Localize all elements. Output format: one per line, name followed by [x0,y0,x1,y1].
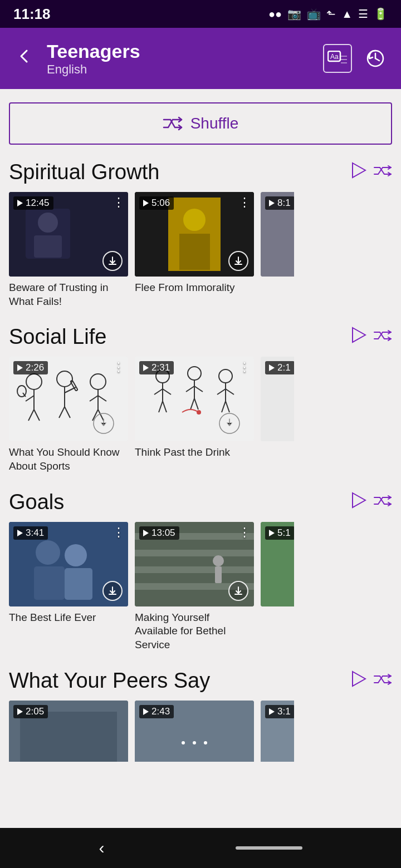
video-card-sl-2[interactable]: 2:31 ⋮ Think Past the Drink [135,357,254,473]
video-duration-sg-1: 12:45 [13,196,53,210]
video-card-g-3[interactable]: 5:1 [261,522,294,652]
section-play-button-goals[interactable] [350,492,366,512]
video-card-g-1[interactable]: 3:41 ⋮ The Best Life Ever [9,522,128,652]
video-duration-g-2: 13:05 [139,526,179,540]
video-duration-p-2: 2:43 [139,705,174,718]
video-duration-g-1: 3:41 [13,526,48,540]
svg-marker-17 [353,328,365,342]
section-header-peers: What Your Peers Say [9,669,392,693]
battery-icon: 🔋 [374,7,388,21]
video-menu-sl-1[interactable]: ⋮ [113,360,125,374]
video-card-sg-2[interactable]: 5:06 ⋮ Flee From Immorality [135,192,254,308]
video-menu-sg-1[interactable]: ⋮ [113,195,125,210]
back-button[interactable] [11,47,38,70]
video-menu-g-1[interactable]: ⋮ [113,525,125,540]
section-actions-peers [350,670,392,691]
app-bar: Teenagers English Aa [0,28,401,89]
video-card-sg-3[interactable]: 8:1 [261,192,294,308]
video-thumb-sl-3: 2:1 [261,357,294,441]
shuffle-button[interactable]: Shuffle [9,102,392,145]
video-download-sg-1[interactable] [102,251,123,271]
svg-point-82 [193,741,196,744]
section-title-goals: Goals [9,490,64,514]
video-card-p-1[interactable]: 2:05 [9,701,128,762]
video-card-sl-3[interactable]: 2:1 [261,357,294,473]
video-download-g-1[interactable] [102,581,123,601]
video-card-sl-1[interactable]: 2:26 ⋮ What You Should Know About Sports [9,357,128,473]
video-download-g-2[interactable] [228,581,248,601]
section-peers: What Your Peers Say [9,669,392,762]
video-row-social-life: 2:26 ⋮ What You Should Know About Sports [9,357,392,473]
video-duration-p-3: 3:1 [265,705,294,718]
status-icons: ●● 📷 📺 ⬑ ▲ ☰ 🔋 [268,7,388,21]
video-title-sl-1: What You Should Know About Sports [9,446,128,473]
section-header-spiritual-growth: Spiritual Growth [9,160,392,184]
section-social-life: Social Life [9,325,392,473]
section-shuffle-button-goals[interactable] [373,494,392,511]
nav-bar: ‹ [0,828,401,868]
svg-marker-78 [353,672,365,686]
video-menu-g-2[interactable]: ⋮ [238,525,251,540]
shuffle-label: Shuffle [190,115,239,132]
svg-rect-80 [20,712,117,762]
section-shuffle-button-social-life[interactable] [373,328,392,346]
video-thumb-sg-2: 5:06 ⋮ [135,192,254,277]
section-title-peers: What Your Peers Say [9,669,210,693]
video-title-g-2: Making Yourself Available for Bethel Ser… [135,611,254,652]
section-actions-spiritual-growth [350,162,392,183]
video-card-g-2[interactable]: 13:05 ⋮ Making Yourself Available for Be… [135,522,254,652]
video-thumb-sg-3: 8:1 [261,192,294,277]
video-duration-sl-2: 2:31 [139,361,174,374]
video-duration-sl-3: 2:1 [265,361,294,374]
dot-icons: ●● [268,8,282,21]
video-duration-sg-3: 8:1 [265,196,294,210]
video-title-sg-2: Flee From Immorality [135,281,254,295]
video-menu-sl-2[interactable]: ⋮ [238,360,251,374]
section-header-social-life: Social Life [9,325,392,349]
video-thumb-g-1: 3:41 ⋮ [9,522,128,606]
svg-point-58 [197,410,201,415]
section-title-spiritual-growth: Spiritual Growth [9,160,159,184]
video-thumb-sl-2: 2:31 ⋮ [135,357,254,441]
bluetooth-icon: ⬑ [326,7,336,21]
video-thumb-p-3: 3:1 [261,701,294,762]
section-shuffle-button-peers[interactable] [373,672,392,689]
section-title-social-life: Social Life [9,325,106,349]
translate-button[interactable]: Aa [323,44,352,73]
video-thumb-g-2: 13:05 ⋮ [135,522,254,606]
svg-point-84 [182,741,185,744]
page-subtitle: English [47,62,314,77]
main-content: Shuffle Spiritual Growth [0,89,401,792]
video-card-sg-1[interactable]: 12:45 ⋮ Beware of Trusting in What Fails… [9,192,128,308]
video-duration-p-1: 2:05 [13,705,48,718]
section-header-goals: Goals [9,490,392,514]
video-menu-sg-2[interactable]: ⋮ [238,195,251,210]
video-row-goals: 3:41 ⋮ The Best Life Ever [9,522,392,652]
status-bar: 11:18 ●● 📷 📺 ⬑ ▲ ☰ 🔋 [0,0,401,28]
signal-icon: ☰ [358,7,368,21]
video-duration-sg-2: 5:06 [139,196,174,210]
nav-back-button[interactable]: ‹ [99,839,105,857]
history-button[interactable] [361,44,390,73]
section-play-button-spiritual-growth[interactable] [350,162,366,183]
video-row-spiritual-growth: 12:45 ⋮ Beware of Trusting in What Fails… [9,192,392,308]
video-duration-sl-1: 2:26 [13,361,48,374]
section-actions-social-life [350,327,392,347]
section-spiritual-growth: Spiritual Growth [9,160,392,308]
section-play-button-peers[interactable] [350,670,366,691]
video-thumb-g-3: 5:1 [261,522,294,606]
video-card-p-3[interactable]: 3:1 [261,701,294,762]
video-card-p-2[interactable]: 2:43 [135,701,254,762]
video-title-sl-2: Think Past the Drink [135,446,254,460]
video-thumb-sg-1: 12:45 ⋮ [9,192,128,277]
video-download-sg-2[interactable] [228,251,248,271]
section-play-button-social-life[interactable] [350,327,366,347]
nav-home-indicator[interactable] [236,846,302,850]
camera-icon: 📷 [287,7,301,21]
section-shuffle-button-spiritual-growth[interactable] [373,164,392,181]
app-bar-actions: Aa [323,44,390,73]
page-title: Teenagers [47,41,314,62]
svg-rect-13 [168,198,221,271]
status-time: 11:18 [13,6,51,23]
cast-icon: 📺 [307,7,321,21]
